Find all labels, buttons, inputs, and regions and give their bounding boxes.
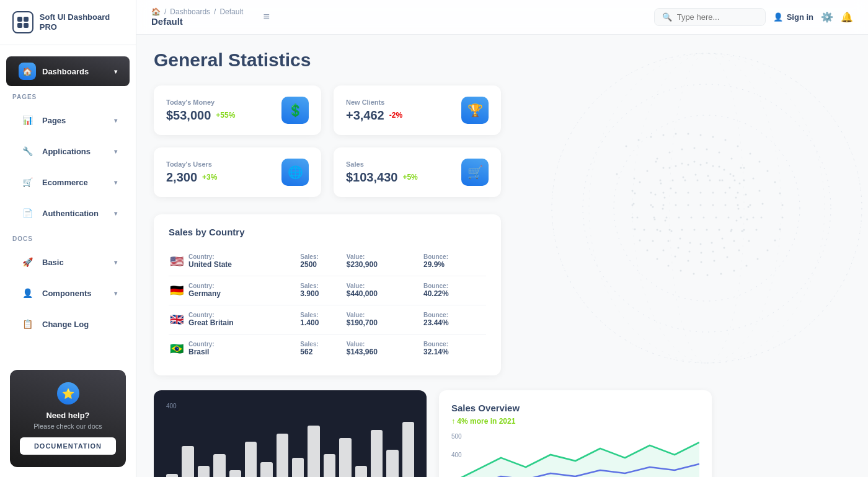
svg-point-110	[671, 230, 673, 232]
applications-icon: 🔧	[19, 142, 36, 160]
sales-col-label: Sales:	[300, 253, 347, 260]
sidebar-item-ecommerce[interactable]: 🛒 Ecommerce ▾	[6, 167, 130, 197]
svg-point-144	[694, 229, 696, 231]
bounce-col-label: Bounce:	[423, 282, 486, 289]
country-flag: 🇬🇧	[169, 305, 188, 335]
svg-point-39	[632, 217, 634, 219]
svg-point-77	[719, 166, 720, 168]
svg-point-76	[706, 162, 708, 164]
svg-point-46	[657, 158, 658, 160]
documentation-button[interactable]: DOCUMENTATION	[20, 437, 116, 455]
svg-point-34	[668, 265, 670, 267]
svg-point-124	[650, 192, 652, 194]
svg-point-149	[660, 180, 662, 182]
search-icon: 🔍	[662, 12, 672, 22]
pages-chevron: ▾	[114, 117, 117, 124]
dashboards-icon: 🏠	[19, 63, 36, 80]
svg-point-154	[722, 180, 724, 182]
svg-point-163	[733, 175, 735, 177]
sidebar-item-components-label: Components	[42, 289, 91, 298]
search-input[interactable]	[677, 12, 758, 22]
breadcrumb-dashboards[interactable]: Dashboards	[170, 7, 210, 16]
country-bounce: 32.14%	[423, 348, 449, 356]
country-sales-cell: Sales: 1.400	[300, 305, 347, 335]
stat-change-todays-money: +55%	[216, 111, 235, 120]
chart-label-500: 500	[451, 433, 462, 440]
svg-point-14	[712, 136, 714, 138]
country-col-label: Country:	[188, 282, 300, 289]
svg-point-37	[639, 240, 641, 242]
stat-value-new-clients: +3,462 -2%	[346, 108, 454, 123]
svg-point-73	[669, 167, 671, 169]
notifications-icon[interactable]: 🔔	[841, 11, 853, 23]
sidebar-item-changelog-label: Change Log	[42, 320, 89, 329]
country-name: Germany	[188, 289, 221, 298]
chart-bar	[229, 470, 241, 477]
sidebar-item-components[interactable]: 👤 Components ▾	[6, 278, 130, 308]
chart-bars	[166, 416, 414, 477]
svg-point-35	[657, 258, 658, 260]
hamburger-icon[interactable]: ≡	[263, 11, 270, 24]
svg-point-75	[694, 161, 696, 163]
country-sales: 1.400	[300, 318, 319, 327]
svg-point-29	[733, 270, 735, 272]
stat-label-sales: Sales	[346, 160, 454, 168]
settings-icon[interactable]: ⚙️	[821, 11, 833, 23]
svg-point-129	[712, 192, 714, 194]
svg-point-82	[746, 219, 748, 221]
svg-point-111	[665, 220, 666, 222]
svg-point-106	[711, 242, 713, 244]
components-icon: 👤	[19, 284, 36, 302]
value-col-label: Value:	[347, 253, 423, 260]
stat-label-todays-users: Today's Users	[166, 160, 274, 168]
dashboards-chevron: ▾	[114, 68, 117, 75]
sidebar-item-dashboards[interactable]: 🏠 Dashboards ▾	[6, 56, 130, 86]
sidebar-item-ecommerce-label: Ecommerce	[42, 178, 88, 187]
search-box[interactable]: 🔍	[654, 8, 766, 26]
value-col-label: Value:	[347, 312, 423, 318]
chart-bar	[260, 462, 272, 477]
svg-point-136	[703, 217, 705, 219]
svg-point-143	[681, 229, 683, 231]
sidebar-item-pages[interactable]: 📊 Pages ▾	[6, 105, 130, 135]
svg-rect-2	[17, 23, 22, 28]
table-row: 🇩🇪 Country: Germany Sales: 3.900 Value: …	[169, 276, 486, 305]
breadcrumb-trail: 🏠 / Dashboards / Default	[151, 7, 243, 16]
svg-point-21	[779, 193, 781, 195]
svg-point-107	[700, 243, 702, 245]
svg-point-51	[719, 152, 720, 154]
svg-point-99	[719, 180, 721, 182]
overview-chart: 500 400	[451, 433, 699, 477]
svg-point-25	[774, 240, 776, 242]
sidebar-item-authentication[interactable]: 📄 Authentication ▾	[6, 198, 130, 228]
svg-point-132	[653, 217, 655, 219]
country-col-label: Country:	[188, 341, 300, 348]
svg-point-92	[654, 219, 656, 221]
svg-point-62	[714, 260, 715, 262]
sidebar-item-basic[interactable]: 🚀 Basic ▾	[6, 247, 130, 277]
svg-point-9	[650, 136, 652, 138]
chart-bar	[324, 454, 335, 477]
svg-point-87	[701, 252, 702, 254]
main-content: 🏠 / Dashboards / Default Default ≡ 🔍 👤 S…	[136, 0, 868, 477]
sidebar-item-changelog[interactable]: 📋 Change Log	[6, 309, 130, 339]
svg-point-158	[675, 165, 677, 167]
svg-point-101	[735, 197, 737, 199]
signin-label: Sign in	[787, 12, 813, 22]
svg-point-100	[729, 187, 731, 189]
value-col-label: Value:	[347, 341, 423, 348]
stat-value-todays-users: 2,300 +3%	[166, 170, 274, 185]
country-value-cell: Value: $230,900	[347, 247, 423, 276]
svg-point-164	[740, 167, 742, 169]
svg-point-72	[634, 178, 636, 180]
svg-point-11	[675, 133, 677, 135]
svg-point-96	[683, 177, 684, 178]
country-value: $190,700	[347, 318, 378, 327]
sidebar-item-applications[interactable]: 🔧 Applications ▾	[6, 136, 130, 166]
stat-card-sales: Sales $103,430 +5% 🛒	[334, 147, 501, 197]
svg-point-125	[663, 192, 665, 194]
svg-point-166	[632, 53, 781, 363]
svg-point-31	[707, 274, 709, 276]
signin-button[interactable]: 👤 Sign in	[773, 12, 813, 22]
sales-by-country-title: Sales by Country	[169, 227, 486, 237]
